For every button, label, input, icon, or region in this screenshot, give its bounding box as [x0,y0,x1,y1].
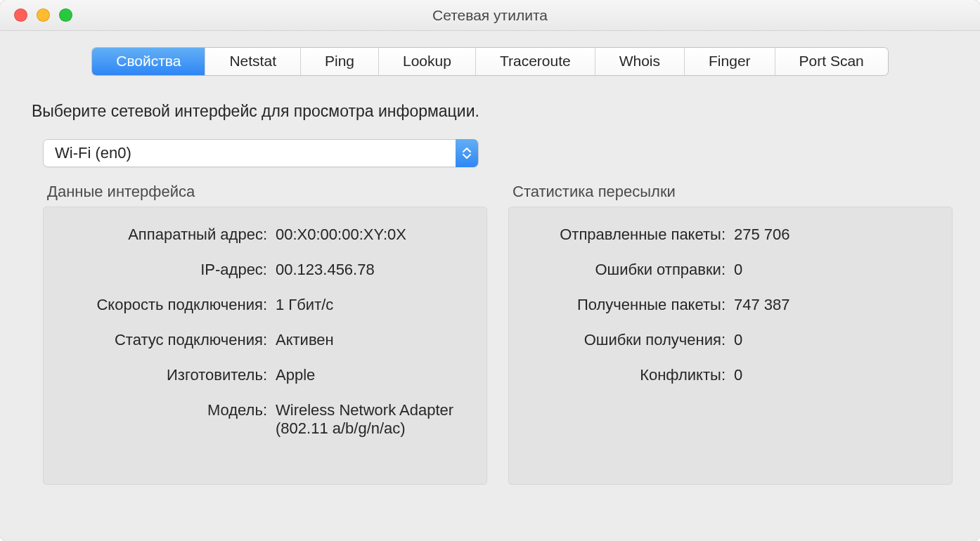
instruction-text: Выберите сетевой интерфейс для просмотра… [27,102,953,121]
row-coll: Конфликты: 0 [530,366,931,384]
tab-finger[interactable]: Finger [685,48,775,75]
row-status: Статус подключения: Активен [65,331,465,349]
window: Сетевая утилита Свойства Netstat Ping Lo… [0,0,980,541]
row-send-err: Ошибки отправки: 0 [530,261,931,279]
row-model: Модель: Wireless Network Adapter (802.11… [65,401,465,438]
label-recv: Полученные пакеты: [530,296,734,314]
row-ipaddr: IP-адрес: 00.123.456.78 [65,261,465,279]
row-recv-err: Ошибки получения: 0 [530,331,931,349]
label-vendor: Изготовитель: [65,366,276,384]
row-speed: Скорость подключения: 1 Гбит/с [65,296,465,314]
tab-portscan[interactable]: Port Scan [775,48,888,75]
value-sent: 275 706 [734,226,931,244]
close-icon[interactable] [14,8,27,22]
tab-netstat[interactable]: Netstat [205,48,301,75]
interface-select-value: Wi-Fi (en0) [44,144,456,162]
value-vendor: Apple [276,366,465,384]
label-coll: Конфликты: [530,366,734,384]
transfer-stats-body: Отправленные пакеты: 275 706 Ошибки отпр… [508,207,953,485]
tab-lookup[interactable]: Lookup [379,48,476,75]
traffic-lights [0,8,72,22]
transfer-stats-title: Статистика пересылки [508,183,953,201]
value-model: Wireless Network Adapter (802.11 a/b/g/n… [276,401,465,438]
columns: Данные интерфейса Аппаратный адрес: 00:X… [27,183,953,485]
tab-traceroute[interactable]: Traceroute [476,48,595,75]
label-status: Статус подключения: [65,331,276,349]
interface-select-wrap: Wi-Fi (en0) [43,139,953,167]
interface-info-group: Данные интерфейса Аппаратный адрес: 00:X… [43,183,487,485]
window-title: Сетевая утилита [0,7,980,24]
label-recv-err: Ошибки получения: [530,331,734,349]
value-send-err: 0 [734,261,931,279]
interface-info-body: Аппаратный адрес: 00:X0:00:00:XY:0X IP-а… [43,207,487,485]
row-sent: Отправленные пакеты: 275 706 [530,226,931,244]
maximize-icon[interactable] [59,8,72,22]
row-recv: Полученные пакеты: 747 387 [530,296,931,314]
minimize-icon[interactable] [37,8,50,22]
tab-ping[interactable]: Ping [301,48,379,75]
label-hwaddr: Аппаратный адрес: [65,226,276,244]
label-model: Модель: [65,401,276,419]
chevron-up-down-icon [456,139,478,167]
titlebar: Сетевая утилита [0,0,980,31]
row-vendor: Изготовитель: Apple [65,366,465,384]
transfer-stats-group: Статистика пересылки Отправленные пакеты… [508,183,953,485]
label-ipaddr: IP-адрес: [65,261,276,279]
label-sent: Отправленные пакеты: [530,226,734,244]
value-hwaddr: 00:X0:00:00:XY:0X [276,226,465,244]
interface-info-title: Данные интерфейса [43,183,487,201]
tab-whois[interactable]: Whois [595,48,685,75]
value-speed: 1 Гбит/с [276,296,465,314]
window-content: Свойства Netstat Ping Lookup Traceroute … [0,31,980,541]
interface-select[interactable]: Wi-Fi (en0) [43,139,479,167]
tab-bar: Свойства Netstat Ping Lookup Traceroute … [92,48,888,75]
row-hwaddr: Аппаратный адрес: 00:X0:00:00:XY:0X [65,226,465,244]
value-ipaddr: 00.123.456.78 [276,261,465,279]
value-recv: 747 387 [734,296,931,314]
tab-info[interactable]: Свойства [92,48,205,75]
label-speed: Скорость подключения: [65,296,276,314]
label-send-err: Ошибки отправки: [530,261,734,279]
value-status: Активен [276,331,465,349]
value-recv-err: 0 [734,331,931,349]
value-coll: 0 [734,366,931,384]
